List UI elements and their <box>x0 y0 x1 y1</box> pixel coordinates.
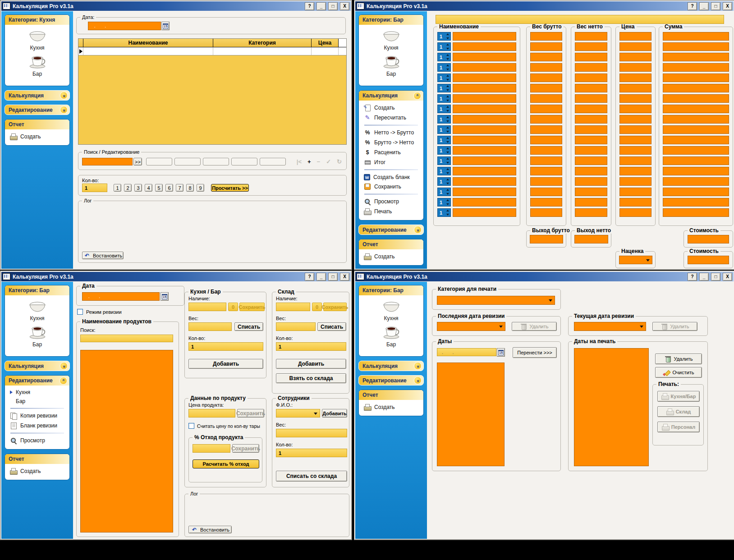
add-button[interactable]: Добавить <box>322 409 347 418</box>
delete-button[interactable]: Удалить <box>512 322 557 331</box>
sum-input[interactable] <box>663 115 729 124</box>
sum-input[interactable] <box>663 63 729 72</box>
quantity-stepper[interactable]: 1 <box>437 53 451 61</box>
price-input[interactable] <box>619 167 651 175</box>
gross-weight-input[interactable] <box>530 167 562 175</box>
search-more-button[interactable]: >> <box>133 158 142 165</box>
quantity-stepper[interactable]: 1 <box>437 94 451 103</box>
maximize-button[interactable]: □ <box>328 2 338 10</box>
quantity-stepper[interactable]: 1 <box>437 115 451 124</box>
refresh-record-icon[interactable]: ↻ <box>337 158 342 165</box>
sum-input[interactable] <box>663 53 729 61</box>
help-button[interactable]: ? <box>688 2 697 10</box>
gross-weight-input[interactable] <box>530 94 562 103</box>
price-input[interactable] <box>619 125 651 134</box>
menu-item-kitchen[interactable]: Кухня <box>5 388 69 397</box>
save-button[interactable]: Сохранить <box>232 444 259 453</box>
menu-item-create-blank[interactable]: WСоздать бланк <box>359 172 423 182</box>
menu-item-bar[interactable]: Бар <box>5 397 69 406</box>
menu-item-create[interactable]: Создать <box>359 103 423 113</box>
product-price-input[interactable] <box>188 409 235 418</box>
name-input[interactable] <box>453 125 516 134</box>
net-weight-input[interactable] <box>575 32 607 41</box>
titlebar[interactable]: Калькуляция Pro v3.1a ? _ □ X <box>1 272 351 281</box>
name-input[interactable] <box>453 208 516 217</box>
gross-weight-input[interactable] <box>530 198 562 207</box>
stepper-arrows-icon[interactable] <box>445 44 450 50</box>
menu-item-net-to-gross[interactable]: %Нетто -> Брутто <box>359 128 423 138</box>
maximize-button[interactable]: □ <box>711 2 720 10</box>
gross-weight-input[interactable] <box>530 156 562 165</box>
gross-weight-input[interactable] <box>530 32 562 41</box>
edit-field[interactable] <box>146 158 172 165</box>
availability-input[interactable] <box>188 303 226 311</box>
tare-count-checkbox[interactable] <box>188 423 194 429</box>
minimize-button[interactable]: _ <box>317 273 326 281</box>
category-bar[interactable]: Бар <box>359 55 423 77</box>
category-bar[interactable]: Бар <box>5 326 69 348</box>
gross-weight-input[interactable] <box>530 125 562 134</box>
calc-waste-button[interactable]: Расчитать % отход <box>193 459 259 468</box>
maximize-button[interactable]: □ <box>711 273 720 281</box>
stepper-arrows-icon[interactable] <box>445 54 450 60</box>
price-input[interactable] <box>619 115 651 124</box>
gross-weight-input[interactable] <box>530 63 562 72</box>
net-weight-input[interactable] <box>575 167 607 175</box>
edit-field[interactable] <box>260 158 286 165</box>
date-input[interactable]: . . <box>437 348 496 356</box>
digit-button-5[interactable]: 5 <box>155 184 163 192</box>
quantity-stepper[interactable]: 1 <box>437 156 451 165</box>
name-input[interactable] <box>453 198 516 207</box>
name-input[interactable] <box>453 115 516 124</box>
net-weight-input[interactable] <box>575 53 607 61</box>
chevron-down-icon[interactable]: » <box>414 362 422 370</box>
weight-input[interactable] <box>276 322 316 331</box>
section-calculation[interactable]: Калькуляция » <box>358 361 424 371</box>
menu-item-report-create[interactable]: Создать <box>5 132 69 142</box>
gross-weight-input[interactable] <box>530 177 562 186</box>
calendar-button[interactable]: 15 <box>161 292 169 301</box>
net-weight-input[interactable] <box>575 156 607 165</box>
category-bar[interactable]: Бар <box>359 326 423 348</box>
digit-button-8[interactable]: 8 <box>186 184 194 192</box>
name-input[interactable] <box>453 177 516 186</box>
stepper-arrows-icon[interactable] <box>445 168 450 174</box>
menu-item-total[interactable]: Итог <box>359 157 423 167</box>
print-dates-listbox[interactable] <box>574 348 649 466</box>
stepper-arrows-icon[interactable] <box>445 85 450 91</box>
delete-button[interactable]: Удалить <box>655 353 702 364</box>
stepper-arrows-icon[interactable] <box>445 147 450 153</box>
digit-button-1[interactable]: 1 <box>114 184 121 192</box>
category-kitchen[interactable]: Кухня <box>5 301 69 321</box>
price-input[interactable] <box>619 188 651 196</box>
stepper-arrows-icon[interactable] <box>445 199 450 205</box>
net-weight-input[interactable] <box>575 94 607 103</box>
quantity-stepper[interactable]: 1 <box>437 32 451 41</box>
net-weight-input[interactable] <box>575 84 607 92</box>
price-input[interactable] <box>619 32 651 41</box>
net-weight-input[interactable] <box>575 105 607 113</box>
gross-weight-input[interactable] <box>530 136 562 144</box>
calculate-button[interactable]: Просчитать >> <box>211 184 249 192</box>
net-output-field[interactable] <box>574 235 608 243</box>
net-weight-input[interactable] <box>575 188 607 196</box>
name-input[interactable] <box>453 136 516 144</box>
gross-weight-input[interactable] <box>530 115 562 124</box>
titlebar[interactable]: Калькуляция Pro v3.1a ? _ □ X <box>355 1 734 11</box>
name-input[interactable] <box>453 105 516 113</box>
calendar-button[interactable]: 15 <box>497 348 505 357</box>
chevron-down-icon[interactable]: » <box>414 226 422 234</box>
category-kitchen[interactable]: Кухня <box>5 31 69 51</box>
sum-input[interactable] <box>663 73 729 82</box>
delete-record-icon[interactable]: − <box>317 158 321 165</box>
sum-input[interactable] <box>663 177 729 186</box>
maximize-button[interactable]: □ <box>328 273 338 281</box>
gross-weight-input[interactable] <box>530 146 562 155</box>
quantity-input[interactable]: 1 <box>82 184 107 192</box>
menu-item-report-create[interactable]: Создать <box>359 402 423 412</box>
current-revision-dropdown[interactable] <box>574 322 646 331</box>
price-input[interactable] <box>619 208 651 217</box>
minimize-button[interactable]: _ <box>317 2 326 10</box>
delete-button[interactable]: Удалить <box>652 322 697 331</box>
chevron-down-icon[interactable]: » <box>414 376 422 384</box>
